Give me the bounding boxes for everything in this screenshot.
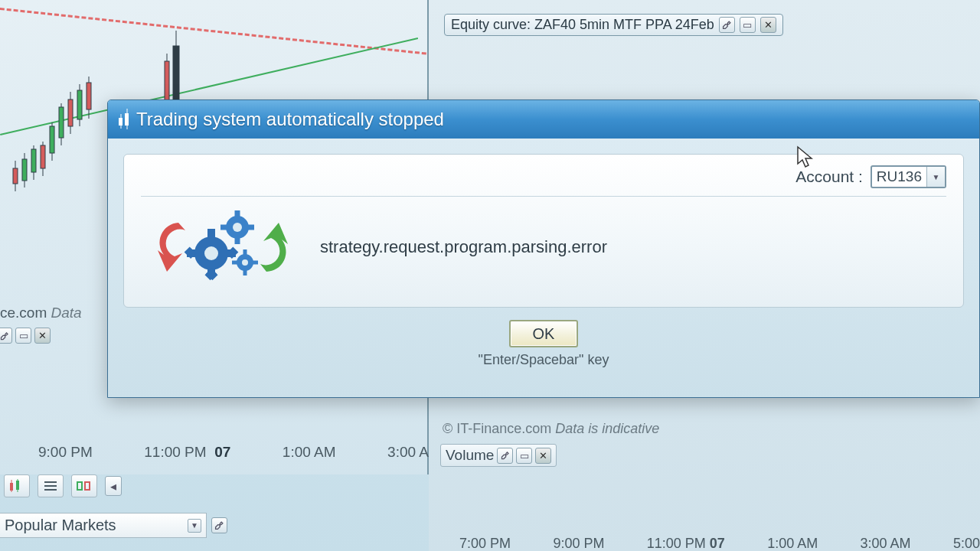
- left-panel-controls: ▭ ✕: [0, 328, 51, 344]
- svg-rect-17: [87, 83, 91, 109]
- chevron-down-icon: ▼: [188, 519, 201, 533]
- time-axis-left: 9:00 PM 11:00 PM 07 1:00 AM 3:00 A: [38, 444, 429, 461]
- svg-point-63: [242, 259, 248, 266]
- cursor-icon: [796, 145, 813, 168]
- account-select[interactable]: RU136 ▼: [871, 165, 946, 188]
- equity-curve-tab[interactable]: Equity curve: ZAF40 5min MTF PPA 24Feb ▭…: [444, 14, 783, 36]
- svg-rect-13: [68, 99, 73, 126]
- svg-rect-3: [22, 159, 27, 181]
- svg-rect-5: [31, 149, 36, 172]
- dialog-actions: OK "Enter/Spacebar" key: [123, 320, 964, 368]
- svg-rect-7: [41, 145, 45, 168]
- svg-rect-48: [207, 229, 215, 238]
- dialog-titlebar[interactable]: Trading system automatically stopped: [108, 100, 979, 139]
- data-watermark-right: © IT-Finance.com Data is indicative: [443, 421, 659, 437]
- scroll-left-button[interactable]: ◂: [105, 476, 122, 496]
- candlestick-icon: [119, 113, 129, 126]
- close-icon[interactable]: ✕: [535, 448, 551, 464]
- maximize-icon[interactable]: ▭: [15, 328, 31, 344]
- svg-point-57: [233, 223, 242, 232]
- markets-dropdown: Popular Markets ▼: [0, 513, 227, 538]
- maximize-icon[interactable]: ▭: [740, 17, 756, 33]
- svg-rect-67: [253, 261, 258, 265]
- svg-rect-58: [235, 210, 240, 217]
- ok-hint: "Enter/Spacebar" key: [479, 352, 609, 368]
- list-view-icon[interactable]: [38, 474, 64, 497]
- svg-rect-21: [165, 61, 169, 103]
- dialog-body: Account : RU136 ▼: [108, 139, 979, 397]
- svg-rect-59: [235, 237, 240, 244]
- account-label: Account :: [795, 168, 863, 186]
- error-message: strategy.request.program.parsing.error: [320, 237, 607, 257]
- chevron-down-icon: ▼: [926, 167, 945, 187]
- dialog-content-box: Account : RU136 ▼: [123, 154, 964, 308]
- svg-rect-19: [173, 46, 179, 99]
- svg-rect-11: [59, 107, 64, 138]
- compare-icon[interactable]: [71, 474, 97, 497]
- account-row: Account : RU136 ▼: [141, 165, 946, 197]
- wrench-icon[interactable]: [0, 328, 12, 344]
- candle-style-icon[interactable]: [4, 474, 30, 497]
- ok-button[interactable]: OK: [509, 320, 578, 347]
- dialog-title: Trading system automatically stopped: [136, 109, 444, 130]
- time-axis-right: 7:00 PM 9:00 PM 11:00 PM 07 1:00 AM 3:00…: [459, 536, 980, 551]
- svg-rect-65: [243, 270, 247, 276]
- volume-label: Volume: [446, 447, 494, 464]
- svg-rect-64: [243, 249, 247, 255]
- close-icon[interactable]: ✕: [34, 328, 51, 344]
- close-icon[interactable]: ✕: [760, 17, 776, 33]
- equity-curve-label: Equity curve: ZAF40 5min MTF PPA 24Feb: [451, 17, 714, 33]
- wrench-icon[interactable]: [719, 17, 735, 33]
- wrench-icon[interactable]: [211, 517, 227, 533]
- svg-rect-15: [77, 90, 82, 119]
- volume-panel-header[interactable]: Volume ▭ ✕: [440, 444, 557, 467]
- svg-rect-61: [247, 225, 254, 230]
- svg-rect-45: [85, 482, 90, 490]
- gears-reload-icon: [152, 209, 297, 285]
- account-value: RU136: [872, 168, 926, 185]
- svg-rect-9: [50, 126, 54, 153]
- maximize-icon[interactable]: ▭: [516, 448, 532, 464]
- markets-select[interactable]: Popular Markets ▼: [0, 513, 207, 538]
- message-row: strategy.request.program.parsing.error: [141, 197, 946, 285]
- chart-toolbar: ◂: [4, 474, 122, 497]
- data-watermark-left: ce.com Data: [0, 305, 82, 321]
- svg-rect-44: [77, 482, 82, 490]
- markets-label: Popular Markets: [5, 517, 116, 534]
- svg-point-47: [204, 246, 218, 260]
- svg-rect-66: [232, 261, 237, 265]
- svg-rect-60: [220, 225, 227, 230]
- trading-stopped-dialog: Trading system automatically stopped Acc…: [107, 99, 980, 398]
- svg-rect-1: [13, 168, 18, 184]
- wrench-icon[interactable]: [497, 448, 513, 464]
